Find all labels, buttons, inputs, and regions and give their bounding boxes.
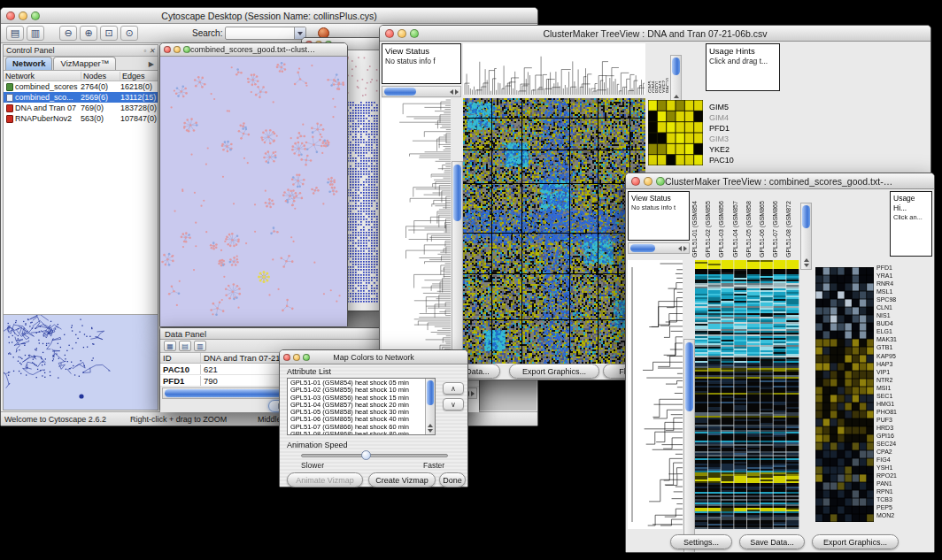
export-graphics-button[interactable]: Export Graphics... <box>509 364 599 379</box>
treeview-combined-titlebar[interactable]: ClusterMaker TreeView : combined_scores_… <box>626 173 934 189</box>
scrollbar-thumb[interactable] <box>453 165 461 221</box>
open-session-icon[interactable]: ▤ <box>6 26 24 41</box>
scrollbar-thumb[interactable] <box>384 88 416 96</box>
minimize-icon[interactable] <box>293 354 300 361</box>
network-row[interactable]: RNAPuberNov2 563(0) 107847(0) <box>4 113 158 124</box>
close-icon[interactable] <box>6 12 15 20</box>
scrollbar-thumb[interactable] <box>630 244 655 252</box>
column-label: GPL51-08 (GSM872 <box>785 190 799 257</box>
attribute-item[interactable]: GPL51-02 (GSM855) heat shock 10 min <box>289 387 424 394</box>
maximize-icon[interactable] <box>183 46 190 53</box>
close-panel-icon[interactable]: ✕ <box>149 47 155 55</box>
close-icon[interactable] <box>164 46 171 53</box>
zoom-heatmap-canvas[interactable] <box>815 267 874 522</box>
scroll-up-icon[interactable] <box>804 258 809 262</box>
scroll-up-icon[interactable] <box>674 95 679 98</box>
scrollbar-thumb[interactable] <box>672 58 680 75</box>
save-data-button[interactable]: Save Data... <box>739 534 805 549</box>
zoom-out-icon[interactable]: ⊖ <box>59 26 77 41</box>
window-controls <box>385 29 419 38</box>
delete-attribute-icon[interactable]: ▥ <box>194 341 206 351</box>
maximize-icon[interactable] <box>656 177 665 186</box>
scroll-right-icon[interactable] <box>471 391 475 396</box>
network-icon <box>6 115 13 123</box>
status-welcome: Welcome to Cytoscape 2.6.2 <box>4 415 106 424</box>
scroll-left-icon[interactable] <box>450 89 453 95</box>
settings-button[interactable]: Settings... <box>670 534 732 549</box>
scroll-right-icon[interactable] <box>455 89 459 95</box>
zoom-fit-icon[interactable]: ⊡ <box>100 26 118 41</box>
scroll-left-icon[interactable] <box>678 246 682 251</box>
network-row[interactable]: DNA and Tran 07 769(0) 183728(0) <box>4 103 158 113</box>
network-view-titlebar[interactable]: combined_scores_good.txt--cluste... <box>160 43 347 57</box>
attribute-item[interactable]: GPL51-01 (GSM854) heat shock 05 min <box>289 380 424 387</box>
tab-vizmapper[interactable]: VizMapper™ <box>53 57 116 70</box>
zoom-in-icon[interactable]: ⊕ <box>80 26 97 41</box>
vertical-scrollbar[interactable] <box>452 161 463 380</box>
search-label: Search: <box>192 28 222 38</box>
select-attributes-icon[interactable]: ▦ <box>164 341 176 351</box>
scroll-right-icon[interactable] <box>683 246 687 251</box>
network-row[interactable]: combined_scores 2764(0) 16218(0) <box>4 81 158 92</box>
move-up-button[interactable]: ∧ <box>443 382 464 395</box>
close-icon[interactable] <box>283 354 290 361</box>
maximize-icon[interactable] <box>303 354 310 361</box>
heatmap-canvas[interactable] <box>695 260 799 529</box>
overview-canvas[interactable] <box>4 315 155 409</box>
minimize-icon[interactable] <box>644 177 652 186</box>
tab-network[interactable]: Network <box>5 57 52 70</box>
animation-speed-slider[interactable] <box>301 454 448 457</box>
network-canvas[interactable] <box>160 57 347 326</box>
minimize-icon[interactable] <box>19 12 27 20</box>
tab-scroll-right-icon[interactable]: ▶ <box>149 60 156 70</box>
treeview-dna-titlebar[interactable]: ClusterMaker TreeView : DNA and Tran 07-… <box>380 26 930 42</box>
row-dendrogram-canvas[interactable] <box>382 98 451 364</box>
minimize-icon[interactable] <box>398 29 406 38</box>
column-dendrogram-canvas[interactable] <box>463 43 645 95</box>
attribute-item[interactable]: GPL51-08 (GSM868) heat shock 80 min <box>289 431 424 434</box>
network-overview-pane[interactable] <box>4 314 158 410</box>
usage-hints-panel: Usage Hints Click and drag t... <box>706 43 780 91</box>
attribute-item[interactable]: GPL51-03 (GSM856) heat shock 15 min <box>289 395 424 402</box>
attribute-item[interactable]: GPL51-05 (GSM858) heat shock 30 min <box>289 409 424 416</box>
maximize-icon[interactable] <box>31 12 40 20</box>
move-down-button[interactable]: ∨ <box>443 398 464 410</box>
zoom-heatmap-canvas[interactable] <box>648 100 703 165</box>
scrollbar-thumb[interactable] <box>427 380 434 405</box>
column-label: GPL51-06 (GSM865 <box>759 190 772 257</box>
close-icon[interactable] <box>385 29 394 38</box>
horizontal-scrollbar[interactable] <box>628 242 690 254</box>
network-row-selected[interactable]: combined_sco... 2569(6) 13112(15) <box>4 92 158 103</box>
import-icon[interactable]: ▥ <box>27 26 44 41</box>
scroll-down-icon[interactable] <box>804 264 809 267</box>
heatmap-canvas[interactable] <box>463 98 645 364</box>
export-graphics-button[interactable]: Export Graphics... <box>812 534 899 549</box>
scroll-down-icon[interactable] <box>428 429 433 433</box>
minimize-icon[interactable] <box>174 46 181 53</box>
scrollbar-thumb[interactable] <box>685 342 693 411</box>
slower-label: Slower <box>301 461 324 470</box>
list-scrollbar[interactable] <box>425 379 435 434</box>
scrollbar-thumb[interactable] <box>802 205 810 228</box>
horizontal-scrollbar[interactable] <box>382 86 461 97</box>
scroll-up-icon[interactable] <box>428 424 433 427</box>
attribute-item[interactable]: GPL51-07 (GSM866) heat shock 60 min <box>289 424 424 431</box>
dialog-titlebar[interactable]: Map Colors to Network <box>280 350 467 364</box>
float-panel-icon[interactable]: ▫ <box>143 47 146 55</box>
create-vizmap-button[interactable]: Create Vizmap <box>368 472 436 487</box>
slider-thumb[interactable] <box>361 450 371 460</box>
done-button[interactable]: Done <box>439 472 466 487</box>
search-input[interactable] <box>225 27 306 40</box>
attribute-item[interactable]: GPL51-06 (GSM865) heat shock 40 min <box>289 416 424 423</box>
vertical-scrollbar[interactable] <box>670 55 682 106</box>
attribute-list[interactable]: GPL51-01 (GSM854) heat shock 05 minGPL51… <box>287 378 436 435</box>
maximize-icon[interactable] <box>410 29 419 38</box>
attribute-item[interactable]: GPL51-04 (GSM857) heat shock 20 min <box>289 402 424 409</box>
create-attribute-icon[interactable]: ▤ <box>179 341 191 351</box>
close-icon[interactable] <box>631 177 640 186</box>
vertical-scrollbar[interactable] <box>683 339 695 552</box>
row-dendrogram-canvas[interactable] <box>628 260 683 529</box>
vertical-scrollbar[interactable] <box>800 203 812 270</box>
zoom-selected-icon[interactable]: ⊙ <box>120 26 138 41</box>
cytoscape-titlebar[interactable]: Cytoscape Desktop (Session Name: collins… <box>1 8 537 24</box>
